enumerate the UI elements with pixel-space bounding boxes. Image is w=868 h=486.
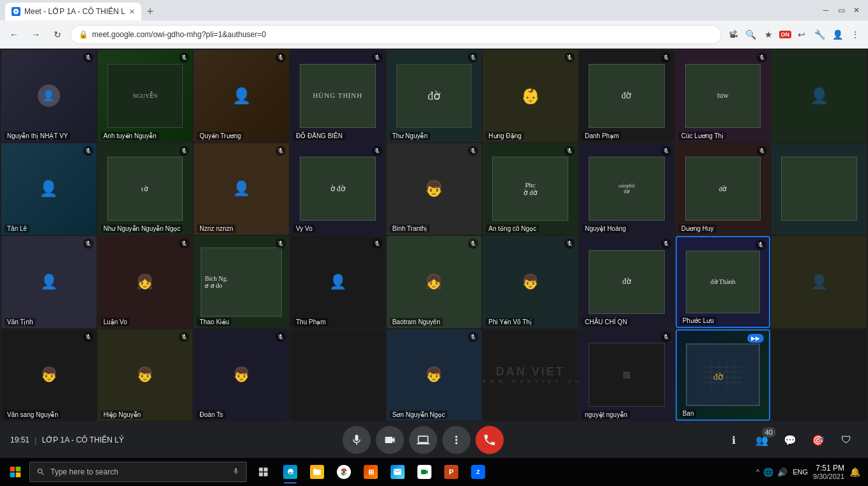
mic-button[interactable] [343,426,371,454]
taskbar-app-explorer[interactable] [304,459,330,485]
video-tile-son-nguyen-ngoc[interactable]: 👦 Sơn Nguyễn Ngọc [387,329,482,421]
video-tile-r3c9[interactable]: 👤 [771,236,867,328]
language-indicator[interactable]: ENG [793,468,808,476]
mute-indicator [275,52,286,63]
minimize-button[interactable]: ─ [819,4,832,17]
chat-button[interactable]: 💬 [779,428,802,451]
meeting-time: 19:51 [10,435,29,444]
history-icon[interactable]: ↩ [794,27,809,42]
profile-icon[interactable]: 👤 [830,27,845,42]
video-tile-nznz[interactable]: 👤 Nznz nznzn [194,143,289,235]
video-tile-nguyet-nguyen[interactable]: ⬛ nguyệt nguyễn [579,329,674,421]
video-tile-thu-nguyen[interactable]: đờ Thư Nguyễn [387,50,482,142]
video-tile-r4c4[interactable] [290,329,385,421]
video-tile-binh-tranthi[interactable]: 👦 Bình Tranthị [387,143,482,235]
more-options-button[interactable] [442,426,470,454]
camera-button[interactable] [376,426,404,454]
taskbar-search[interactable]: Type here to search [29,462,247,482]
start-button[interactable] [3,459,28,485]
volume-icon[interactable]: 🔊 [777,467,787,477]
video-tile-duong-huy[interactable]: đờ Dương Huy [676,143,771,235]
video-tile-r4c6-watermark[interactable]: DAN VIET W W W . D A N V I E T . V N [483,329,578,421]
activities-button[interactable]: 🎯 [807,428,830,451]
video-tile-ban[interactable]: đờ ▶▶ Ban [676,329,771,421]
back-button[interactable]: ← [5,26,23,43]
mute-indicator [179,332,189,342]
video-tile-van-tinh[interactable]: 👤 Văn Tịnh [1,236,97,328]
video-tile-luan-vo[interactable]: 👧 Luận Vo [98,236,193,328]
tray-expand-icon[interactable]: ^ [756,468,759,476]
forward-button[interactable]: → [27,26,45,43]
network-icon[interactable]: 🌐 [763,467,773,477]
video-tile-tan-le[interactable]: 👤 Tân Lê [1,143,97,235]
video-tile-hiep-nguyen[interactable]: 👦 Hiệp Nguyễn [98,329,193,421]
taskbar-app-edge[interactable] [277,459,303,485]
video-tile-thu-pham[interactable]: 👤 Thu Phạm [290,236,385,328]
video-tile-van-sang-nguyen[interactable]: 👦 Văn sang Nguyễn [1,329,97,421]
participant-name: Văn sang Nguyễn [4,411,61,419]
window-controls: ─ ▭ ✕ [819,4,863,17]
video-tile-nguyet-hoang[interactable]: cainphit đờ Nguyệt Hoàng [579,143,674,235]
video-tile-hung-dang[interactable]: 👶 Hưng Đặng [483,50,578,142]
cast-icon[interactable]: 📽 [725,27,741,42]
video-tile-nhu-nguyen[interactable]: tờ Như Nguyễn Nguyễn Ngọc [98,143,193,235]
extensions-icon[interactable]: 🔧 [812,27,827,42]
video-tile-phi-yen[interactable]: 👦 Phi Yến Võ Thị [483,236,578,328]
video-tile-do-dang-bien[interactable]: HÙNG THỊNH ĐỖ ĐĂNG BIÊN [290,50,385,142]
video-tile-nguyen-thi-nhat-vy[interactable]: 👤 Nguyễn thị NHẬT VY [1,50,97,142]
participant-name: Cúc Lương Thị [679,132,727,140]
participant-name: CHÂU CHÍ QN [582,318,630,326]
video-tile-cuc-luong-thi[interactable]: tuw Cúc Lương Thị [676,50,771,142]
svg-rect-13 [16,473,21,478]
safety-button[interactable]: 🛡 [835,428,858,451]
video-tile-danh-pham[interactable]: đờ Danh Phạm [579,50,674,142]
video-tile-r4c9[interactable] [771,329,867,421]
settings-icon[interactable]: ⋮ [848,27,863,42]
active-tab[interactable]: Meet - LỚP 1A - CÔ THIÊN L ✕ [5,3,141,20]
taskbar-app-ms365[interactable]: ⊞ [358,459,384,485]
participant-name: Phước Lưu [680,317,717,325]
search-toolbar-icon[interactable]: 🔍 [743,27,759,42]
end-call-button[interactable] [476,426,504,454]
clock-date: 9/30/2021 [813,473,844,480]
meeting-info-button[interactable]: ℹ [722,428,745,451]
meet-controls [343,426,504,454]
url-bar[interactable]: 🔒 meet.google.com/owi-gdho-mhg?pli=1&aut… [70,25,722,44]
video-tile-quyen-truong[interactable]: 👤 Quyền Trương [194,50,289,142]
time-date-display[interactable]: 7:51 PM 9/30/2021 [813,464,844,480]
taskbar-app-powerpoint[interactable]: P [438,459,464,485]
participant-name: Danh Phạm [582,132,621,140]
reload-button[interactable]: ↻ [49,26,66,43]
participants-button[interactable]: 👥 40 [750,428,773,451]
participant-name: Baotram Nguyên [390,318,443,326]
close-window-button[interactable]: ✕ [850,4,863,17]
tab-close-button[interactable]: ✕ [129,8,135,16]
participant-name: Ban [680,409,697,418]
video-tile-r2c9[interactable] [771,143,867,235]
meet-content: 👤 Nguyễn thị NHẬT VY NGUYỄN Anh tuyến [0,49,868,458]
video-tile-r1c9[interactable]: 👤 [771,50,867,142]
bookmark-icon[interactable]: ★ [761,27,777,42]
mute-indicator [372,239,382,249]
maximize-button[interactable]: ▭ [835,4,848,17]
taskbar-app-chrome[interactable] [331,459,357,485]
new-tab-button[interactable]: + [141,3,159,20]
video-tile-anh-tuyen-nguyen[interactable]: NGUYỄN Anh tuyến Nguyễn [98,50,193,142]
video-grid: 👤 Nguyễn thị NHẬT VY NGUYỄN Anh tuyến [0,49,868,422]
video-tile-an-tong[interactable]: Phc ờ đờ An tống cô Ngọc [483,143,578,235]
video-tile-vy-vo[interactable]: ờ đờ Vy Vo [290,143,385,235]
taskbar-app-zalo[interactable]: Z [465,459,491,485]
video-tile-chau-chi-qn[interactable]: đờ CHÂU CHÍ QN [579,236,674,328]
video-tile-doan-ts[interactable]: 👦 Đoàn Ts [194,329,289,421]
taskbar-app-mail[interactable] [385,459,410,485]
video-tile-baotram-nguyen[interactable]: 👧 Baotram Nguyên [387,236,482,328]
video-tile-phuoc-luu[interactable]: đờ Thành Phước Lưu [676,236,771,328]
svg-point-14 [343,471,346,474]
tray-icons: ^ 🌐 🔊 [756,467,787,477]
mute-indicator [564,146,575,156]
video-tile-thao-kieu[interactable]: Bích Ng. ơ ơ đo Thao Kiều [194,236,289,328]
present-button[interactable] [409,426,437,454]
taskbar-app-task-view[interactable] [251,459,276,485]
taskbar-app-meet[interactable] [412,459,437,485]
notifications-icon[interactable]: 🔔 [849,467,860,477]
